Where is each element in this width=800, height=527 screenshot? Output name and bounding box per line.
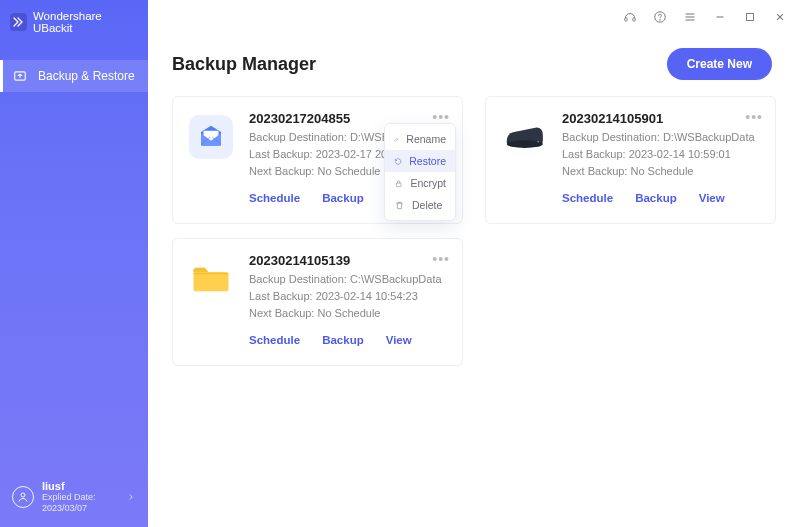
rename-icon xyxy=(394,134,399,145)
backup-next: Next Backup: No Schedule xyxy=(562,163,759,180)
action-view[interactable]: View xyxy=(699,192,725,204)
page-title: Backup Manager xyxy=(172,54,316,75)
action-schedule[interactable]: Schedule xyxy=(249,334,300,346)
minimize-icon[interactable] xyxy=(712,9,728,25)
ctx-rename[interactable]: Rename xyxy=(385,128,455,150)
card-more-icon[interactable]: ••• xyxy=(432,251,450,267)
action-backup[interactable]: Backup xyxy=(322,334,364,346)
backup-last: Last Backup: 2023-02-14 10:54:23 xyxy=(249,288,446,305)
backup-destination: Backup Destination: D:\WSBackupData xyxy=(562,129,759,146)
action-schedule[interactable]: Schedule xyxy=(562,192,613,204)
action-backup[interactable]: Backup xyxy=(635,192,677,204)
action-schedule[interactable]: Schedule xyxy=(249,192,300,204)
card-more-icon[interactable]: ••• xyxy=(745,109,763,125)
svg-point-1 xyxy=(21,493,25,497)
create-new-button[interactable]: Create New xyxy=(667,48,772,80)
user-name: liusf xyxy=(42,480,118,492)
ctx-label: Encrypt xyxy=(410,177,446,189)
page-header: Backup Manager Create New xyxy=(148,34,800,94)
backup-destination: Backup Destination: C:\WSBackupData xyxy=(249,271,446,288)
support-icon[interactable] xyxy=(622,9,638,25)
backup-title: 20230214105139 xyxy=(249,253,446,268)
svg-point-9 xyxy=(537,141,539,143)
context-menu: Rename Restore Encrypt Delete xyxy=(384,123,456,221)
svg-rect-7 xyxy=(396,183,401,187)
user-account-bar[interactable]: liusf Explied Date: 2023/03/07 xyxy=(0,470,148,527)
svg-point-8 xyxy=(507,140,543,148)
help-icon[interactable] xyxy=(652,9,668,25)
avatar-icon xyxy=(12,486,34,508)
action-backup[interactable]: Backup xyxy=(322,192,364,204)
folder-icon xyxy=(189,257,233,301)
brand: Wondershare UBackit xyxy=(0,0,148,48)
app-logo-icon xyxy=(10,13,27,31)
sidebar-item-label: Backup & Restore xyxy=(38,69,135,83)
backup-cards-grid: ••• 20230217204855 xyxy=(148,94,800,368)
backup-restore-icon xyxy=(12,68,28,84)
main-area: Backup Manager Create New ••• xyxy=(148,0,800,527)
disk-icon xyxy=(502,115,546,159)
delete-icon xyxy=(394,200,405,211)
backup-title: 20230214105901 xyxy=(562,111,759,126)
backup-card: ••• 20230214105139 Backup Destination: C… xyxy=(172,238,463,366)
app-root: Wondershare UBackit Backup & Restore liu… xyxy=(0,0,800,527)
user-info: liusf Explied Date: 2023/03/07 xyxy=(42,480,118,515)
sidebar: Wondershare UBackit Backup & Restore liu… xyxy=(0,0,148,527)
user-expiry: Explied Date: 2023/03/07 xyxy=(42,492,118,515)
backup-card: ••• 20230217204855 xyxy=(172,96,463,224)
ctx-restore[interactable]: Restore xyxy=(385,150,455,172)
sidebar-item-backup-restore[interactable]: Backup & Restore xyxy=(0,60,148,92)
app-name: Wondershare UBackit xyxy=(33,10,138,34)
maximize-icon[interactable] xyxy=(742,9,758,25)
chevron-right-icon xyxy=(126,488,136,506)
close-icon[interactable] xyxy=(772,9,788,25)
restore-icon xyxy=(394,156,402,167)
ctx-encrypt[interactable]: Encrypt xyxy=(385,172,455,194)
ctx-label: Restore xyxy=(409,155,446,167)
action-view[interactable]: View xyxy=(386,334,412,346)
svg-rect-2 xyxy=(625,18,627,21)
svg-rect-6 xyxy=(747,14,754,21)
menu-icon[interactable] xyxy=(682,9,698,25)
backup-last: Last Backup: 2023-02-14 10:59:01 xyxy=(562,146,759,163)
svg-point-5 xyxy=(660,19,661,20)
ctx-label: Rename xyxy=(406,133,446,145)
encrypt-icon xyxy=(394,178,403,189)
backup-next: Next Backup: No Schedule xyxy=(249,305,446,322)
backup-card: ••• 20230214105901 Backup Destination: D… xyxy=(485,96,776,224)
ctx-delete[interactable]: Delete xyxy=(385,194,455,216)
sidebar-nav: Backup & Restore xyxy=(0,48,148,92)
svg-rect-3 xyxy=(633,18,635,21)
envelope-icon xyxy=(189,115,233,159)
window-titlebar xyxy=(148,0,800,34)
ctx-label: Delete xyxy=(412,199,442,211)
